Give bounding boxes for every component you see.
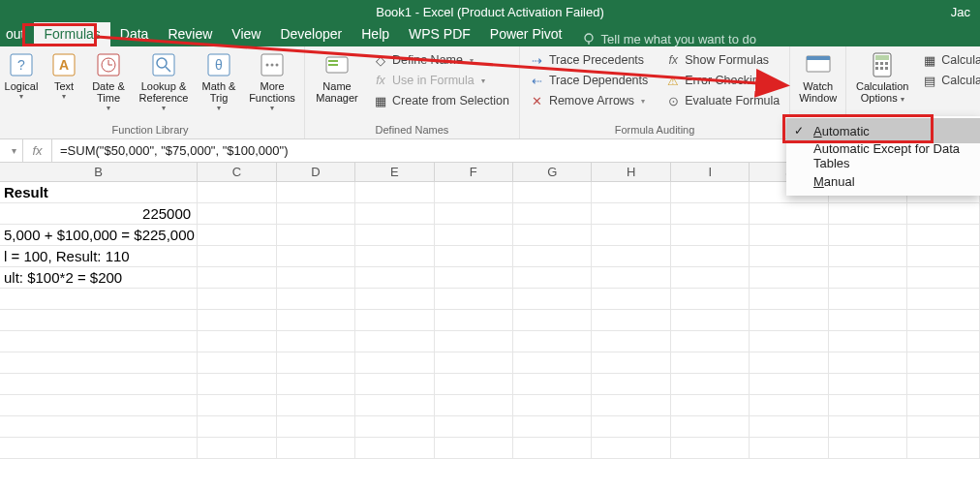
calculation-options-button[interactable]: CalculationOptions ▾ bbox=[852, 49, 912, 105]
cell-b2[interactable]: 225000 bbox=[0, 203, 198, 224]
cell-b4[interactable]: l = 100, Result: 110 bbox=[0, 246, 198, 266]
svg-rect-10 bbox=[153, 54, 174, 76]
spreadsheet-grid: B C D E F G H I J K L Result 225000 5,00… bbox=[0, 163, 980, 459]
svg-text:θ: θ bbox=[215, 57, 223, 73]
tab-layout-partial[interactable]: out bbox=[0, 22, 34, 46]
group-defined-names: Name Manager ◇Define Name▾ fxUse in Form… bbox=[305, 46, 520, 138]
watch-icon bbox=[805, 51, 832, 78]
col-header-d[interactable]: D bbox=[277, 163, 355, 181]
cell-b3[interactable]: 5,000 + $100,000 = $225,000 bbox=[0, 225, 198, 245]
error-icon: ⚠ bbox=[665, 73, 681, 88]
tab-power-pivot[interactable]: Power Pivot bbox=[480, 22, 572, 46]
group-formula-auditing: ⇢Trace Precedents ⇠Trace Dependents ✕Rem… bbox=[520, 46, 790, 138]
tell-me-text: Tell me what you want to do bbox=[601, 32, 756, 46]
svg-rect-25 bbox=[875, 55, 889, 60]
tell-me[interactable]: Tell me what you want to do bbox=[582, 32, 756, 46]
clock-icon bbox=[95, 51, 122, 78]
text-button[interactable]: A Text▾ bbox=[46, 49, 81, 101]
group-label-formula-auditing: Formula Auditing bbox=[526, 122, 783, 138]
col-header-f[interactable]: F bbox=[435, 163, 513, 181]
trace-precedents-button[interactable]: ⇢Trace Precedents bbox=[526, 51, 652, 69]
svg-text:?: ? bbox=[17, 57, 25, 73]
col-header-i[interactable]: I bbox=[671, 163, 750, 181]
remove-arrows-icon: ✕ bbox=[530, 93, 545, 108]
more-icon bbox=[259, 51, 286, 78]
col-header-e[interactable]: E bbox=[355, 163, 434, 181]
menu-item-automatic-except[interactable]: Automatic Except for Data Tables bbox=[786, 143, 980, 168]
show-formulas-button[interactable]: fxShow Formulas bbox=[661, 51, 783, 69]
svg-text:A: A bbox=[59, 57, 69, 73]
svg-rect-23 bbox=[807, 56, 830, 60]
use-in-formula-button: fxUse in Formula▾ bbox=[369, 72, 513, 89]
group-label-defined-names: Defined Names bbox=[311, 122, 513, 138]
col-header-c[interactable]: C bbox=[198, 163, 276, 181]
svg-rect-27 bbox=[880, 62, 883, 65]
user-name: Jac bbox=[951, 5, 970, 19]
svg-rect-28 bbox=[885, 62, 888, 65]
svg-rect-20 bbox=[328, 60, 338, 62]
evaluate-icon: ⊙ bbox=[665, 93, 681, 108]
svg-point-0 bbox=[585, 34, 593, 42]
date-time-button[interactable]: Date & Time▾ bbox=[87, 49, 130, 112]
svg-rect-29 bbox=[875, 67, 878, 70]
error-checking-button[interactable]: ⚠Error Checking▾ bbox=[661, 72, 783, 89]
trace-dependents-button[interactable]: ⇠Trace Dependents bbox=[526, 72, 652, 89]
tab-developer[interactable]: Developer bbox=[270, 22, 352, 46]
name-manager-icon bbox=[323, 51, 351, 78]
tab-help[interactable]: Help bbox=[352, 22, 399, 46]
dependents-icon: ⇠ bbox=[530, 73, 545, 88]
col-header-b[interactable]: B bbox=[0, 163, 198, 181]
name-box-dropdown[interactable]: ▾ bbox=[0, 139, 23, 162]
calculate-sheet-button[interactable]: ▤Calculate Sheet bbox=[918, 72, 980, 89]
name-manager-button[interactable]: Name Manager bbox=[311, 49, 363, 104]
cell-b1[interactable]: Result bbox=[0, 182, 198, 202]
tag-icon: ◇ bbox=[373, 52, 388, 68]
tab-bar: out Formulas Data Review View Developer … bbox=[0, 23, 980, 46]
menu-item-manual[interactable]: Manual bbox=[786, 168, 980, 194]
watch-window-button[interactable]: WatchWindow bbox=[796, 49, 840, 104]
fx-icon: fx bbox=[373, 73, 388, 88]
define-name-button[interactable]: ◇Define Name▾ bbox=[369, 51, 513, 69]
group-function-library: ? Logical▾ A Text▾ Date & Time▾ Lookup &… bbox=[0, 46, 305, 138]
calc-now-icon: ▦ bbox=[922, 52, 937, 68]
title-text: Book1 - Excel (Product Activation Failed… bbox=[376, 5, 604, 19]
text-icon: A bbox=[50, 51, 77, 78]
calc-sheet-icon: ▤ bbox=[922, 73, 937, 88]
lightbulb-icon bbox=[582, 33, 596, 46]
logical-icon: ? bbox=[8, 51, 35, 78]
calculation-options-menu: Automatic Automatic Except for Data Tabl… bbox=[786, 116, 980, 196]
math-trig-button[interactable]: θ Math & Trig▾ bbox=[198, 49, 240, 112]
svg-rect-26 bbox=[875, 62, 878, 65]
precedents-icon: ⇢ bbox=[530, 52, 545, 68]
lookup-reference-button[interactable]: Lookup & Reference▾ bbox=[136, 49, 192, 112]
theta-icon: θ bbox=[205, 51, 232, 78]
col-header-g[interactable]: G bbox=[513, 163, 592, 181]
selection-icon: ▦ bbox=[373, 93, 388, 108]
col-header-h[interactable]: H bbox=[592, 163, 670, 181]
create-from-selection-button[interactable]: ▦Create from Selection bbox=[369, 92, 513, 109]
menu-item-automatic[interactable]: Automatic bbox=[786, 118, 980, 143]
svg-point-18 bbox=[276, 64, 279, 67]
tab-wps-pdf[interactable]: WPS PDF bbox=[399, 22, 480, 46]
tab-data[interactable]: Data bbox=[110, 22, 159, 46]
title-bar: Book1 - Excel (Product Activation Failed… bbox=[0, 0, 980, 23]
svg-point-16 bbox=[266, 64, 269, 67]
svg-rect-31 bbox=[885, 67, 888, 70]
calculator-icon bbox=[869, 51, 896, 78]
fx-icon[interactable]: fx bbox=[23, 139, 52, 162]
calculate-now-button[interactable]: ▦Calculate Now bbox=[918, 51, 980, 69]
svg-point-17 bbox=[271, 64, 274, 67]
remove-arrows-button[interactable]: ✕Remove Arrows▾ bbox=[526, 92, 652, 109]
tab-view[interactable]: View bbox=[222, 22, 270, 46]
svg-rect-21 bbox=[328, 64, 338, 66]
logical-button[interactable]: ? Logical▾ bbox=[2, 49, 41, 101]
lookup-icon bbox=[150, 51, 177, 78]
svg-rect-30 bbox=[880, 67, 883, 70]
cell-b5[interactable]: ult: $100*2 = $200 bbox=[0, 267, 198, 288]
group-label-function-library: Function Library bbox=[2, 122, 298, 138]
tab-review[interactable]: Review bbox=[158, 22, 222, 46]
tab-formulas[interactable]: Formulas bbox=[34, 22, 109, 46]
evaluate-formula-button[interactable]: ⊙Evaluate Formula bbox=[661, 92, 783, 109]
show-formulas-icon: fx bbox=[665, 52, 681, 68]
more-functions-button[interactable]: More Functions▾ bbox=[246, 49, 298, 112]
